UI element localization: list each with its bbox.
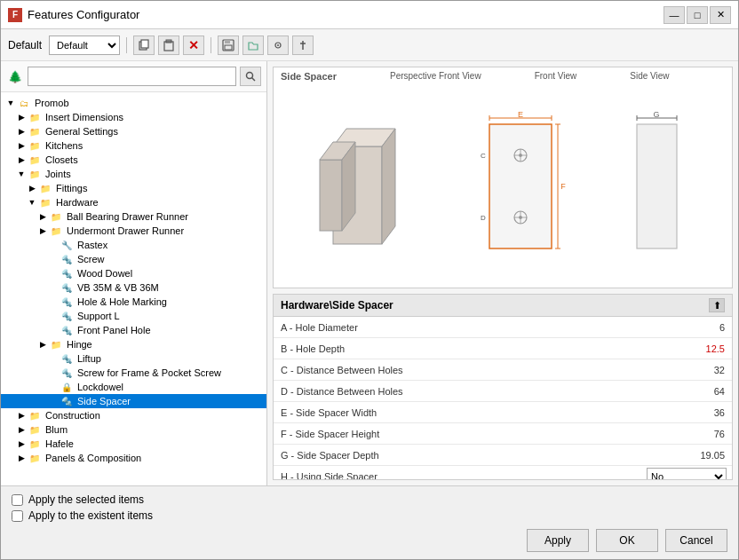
- leaf-icon-screw: 🔩: [60, 253, 74, 265]
- profile-select[interactable]: Default: [49, 35, 120, 55]
- close-button[interactable]: ✕: [710, 6, 731, 24]
- props-select-h[interactable]: No Yes: [647, 468, 727, 480]
- checkbox-existent-items-input[interactable]: [12, 510, 23, 522]
- props-value-d: 64: [661, 383, 732, 399]
- tree-item-closets[interactable]: ▶ 📁 Closets: [1, 153, 266, 167]
- props-collapse-button[interactable]: ⬆: [709, 298, 725, 312]
- leaf-icon-vb35m: 🔩: [60, 281, 74, 294]
- checkbox-selected-items-input[interactable]: [12, 494, 23, 506]
- toggle-ball-bearing[interactable]: ▶: [36, 210, 49, 223]
- main-content: 🌲 ▼ 🗂 Promob ▶ 📁 I: [1, 61, 738, 485]
- tree-item-general-settings[interactable]: ▶ 📁 General Settings: [1, 124, 266, 138]
- props-value-g: 19.05: [661, 447, 732, 463]
- tree-item-panels-composition[interactable]: ▶ 📁 Panels & Composition: [1, 451, 266, 465]
- tree-item-kitchens[interactable]: ▶ 📁 Kitchens: [1, 138, 266, 153]
- folder-icon-promob: 🗂: [17, 97, 31, 109]
- diagram-area: Side Spacer Perspective Front View Front…: [273, 67, 733, 288]
- tree-item-hardware[interactable]: ▼ 📁 Hardware: [1, 195, 266, 209]
- checkbox-selected-items[interactable]: Apply the selected items: [12, 493, 727, 506]
- tree-label-closets: Closets: [44, 154, 80, 166]
- tree-label-vb35m: VB 35M & VB 36M: [75, 281, 161, 294]
- toggle-joints[interactable]: ▼: [15, 168, 28, 180]
- settings-button[interactable]: [267, 35, 289, 55]
- props-row-g: G - Side Spacer Depth 19.05: [274, 445, 732, 466]
- cancel-button[interactable]: Cancel: [665, 529, 727, 552]
- tree-item-side-spacer[interactable]: ▶ 🔩 Side Spacer: [1, 394, 266, 408]
- folder-icon-hardware: 📁: [38, 196, 52, 209]
- tree-label-front-panel-hole: Front Panel Hole: [75, 324, 153, 336]
- toggle-construction[interactable]: ▶: [15, 409, 28, 422]
- svg-rect-6: [225, 45, 232, 50]
- tree-item-hole-marking[interactable]: ▶ 🔩 Hole & Hole Marking: [1, 295, 266, 309]
- copy-button[interactable]: [133, 35, 155, 55]
- toggle-closets[interactable]: ▶: [15, 154, 28, 166]
- paste-button[interactable]: [158, 35, 179, 55]
- tree-item-blum[interactable]: ▶ 📁 Blum: [1, 422, 266, 437]
- delete-button[interactable]: ✕: [183, 35, 204, 55]
- save-icon-btn[interactable]: [218, 35, 239, 55]
- title-bar-left: F Features Configurator: [8, 8, 139, 22]
- svg-marker-15: [382, 129, 395, 244]
- toggle-hardware[interactable]: ▼: [26, 196, 38, 209]
- checkboxes-row: Apply the selected items Apply to the ex…: [12, 493, 727, 522]
- toggle-kitchens[interactable]: ▶: [15, 139, 28, 152]
- tree-item-support-l[interactable]: ▶ 🔩 Support L: [1, 309, 266, 323]
- tree-item-screw-frame[interactable]: ▶ 🔩 Screw for Frame & Pocket Screw: [1, 366, 266, 380]
- leaf-icon-rastex: 🔧: [60, 239, 74, 251]
- toggle-insert-dims[interactable]: ▶: [15, 111, 28, 123]
- tree-item-promob[interactable]: ▼ 🗂 Promob: [1, 96, 266, 110]
- toggle-panels-composition[interactable]: ▶: [15, 452, 28, 464]
- leaf-icon-lockdowel: 🔒: [60, 381, 74, 393]
- toggle-blum[interactable]: ▶: [15, 423, 28, 436]
- maximize-button[interactable]: □: [687, 6, 708, 24]
- tree-item-screw[interactable]: ▶ 🔩 Screw: [1, 252, 266, 266]
- tree-item-vb35m[interactable]: ▶ 🔩 VB 35M & VB 36M: [1, 280, 266, 295]
- leaf-icon-front-panel-hole: 🔩: [60, 324, 74, 336]
- folder-icon-hafele: 📁: [28, 438, 42, 450]
- toggle-fittings[interactable]: ▶: [26, 182, 38, 194]
- props-value-a: 6: [661, 319, 732, 335]
- tree-view: ▼ 🗂 Promob ▶ 📁 Insert Dimensions ▶ 📁 Gen…: [1, 92, 266, 485]
- tree-label-hinge: Hinge: [65, 338, 94, 351]
- tree-item-joints[interactable]: ▼ 📁 Joints: [1, 167, 266, 181]
- tree-item-construction[interactable]: ▶ 📁 Construction: [1, 408, 266, 422]
- props-row-d: D - Distance Between Holes 64: [274, 381, 732, 402]
- tree-item-lockdowel[interactable]: ▶ 🔒 Lockdowel: [1, 380, 266, 394]
- minimize-button[interactable]: —: [664, 6, 685, 24]
- tree-item-liftup[interactable]: ▶ 🔩 Liftup: [1, 351, 266, 366]
- tree-item-hinge[interactable]: ▶ 📁 Hinge: [1, 337, 266, 351]
- toggle-hafele[interactable]: ▶: [15, 438, 28, 450]
- props-row-f: F - Side Spacer Height 76: [274, 423, 732, 445]
- svg-rect-38: [637, 124, 677, 248]
- load-button[interactable]: [242, 35, 264, 55]
- folder-icon-construction: 📁: [28, 409, 42, 422]
- toggle-promob[interactable]: ▼: [4, 97, 17, 109]
- apply-button[interactable]: Apply: [527, 529, 589, 552]
- right-panel: Side Spacer Perspective Front View Front…: [267, 61, 738, 485]
- ok-button[interactable]: OK: [596, 529, 658, 552]
- tree-item-hafele[interactable]: ▶ 📁 Hafele: [1, 437, 266, 451]
- tree-item-wood-dowel[interactable]: ▶ 🔩 Wood Dowel: [1, 266, 266, 280]
- action-buttons: Apply OK Cancel: [12, 527, 727, 552]
- svg-line-12: [252, 78, 256, 82]
- tree-item-rastex[interactable]: ▶ 🔧 Rastex: [1, 238, 266, 252]
- svg-rect-5: [225, 40, 230, 43]
- checkbox-existent-items[interactable]: Apply to the existent items: [12, 509, 727, 522]
- tree-item-front-panel-hole[interactable]: ▶ 🔩 Front Panel Hole: [1, 323, 266, 337]
- search-button[interactable]: [240, 67, 261, 86]
- tree-label-wood-dowel: Wood Dowel: [75, 267, 134, 280]
- search-bar: 🌲: [1, 61, 266, 92]
- tree-item-ball-bearing[interactable]: ▶ 📁 Ball Bearing Drawer Runner: [1, 209, 266, 224]
- tree-item-undermont[interactable]: ▶ 📁 Undermont Drawer Runner: [1, 224, 266, 238]
- props-value-f: 76: [661, 426, 732, 442]
- search-input[interactable]: [28, 67, 236, 86]
- diagram-label-front: Front View: [535, 71, 577, 82]
- toggle-undermont[interactable]: ▶: [36, 225, 49, 237]
- profile-label: Default: [8, 39, 42, 51]
- toggle-hinge[interactable]: ▶: [36, 338, 49, 351]
- tree-item-insert-dims[interactable]: ▶ 📁 Insert Dimensions: [1, 110, 266, 124]
- pin-button[interactable]: [292, 35, 314, 55]
- toggle-general-settings[interactable]: ▶: [15, 125, 28, 138]
- tree-item-fittings[interactable]: ▶ 📁 Fittings: [1, 181, 266, 195]
- props-row-a: A - Hole Diameter 6: [274, 317, 732, 338]
